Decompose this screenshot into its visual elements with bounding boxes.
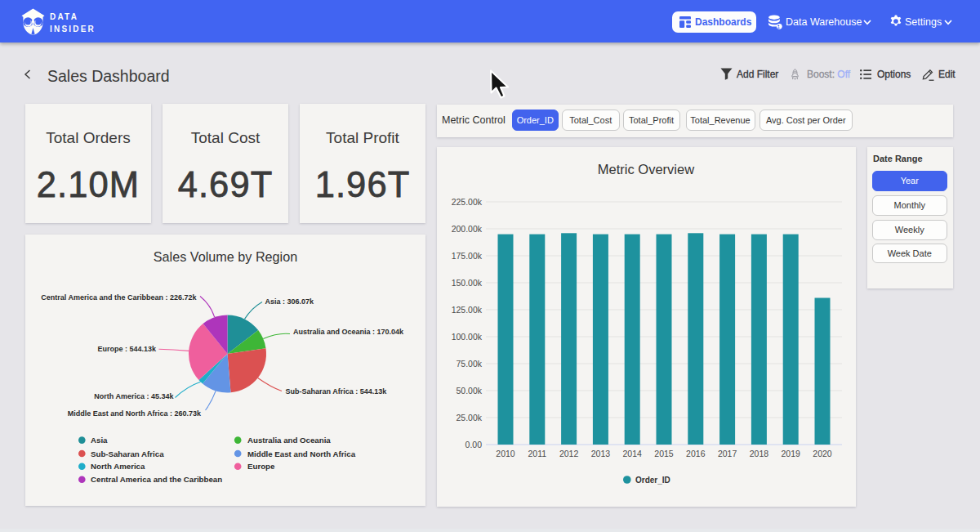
svg-text:2017: 2017 xyxy=(718,449,737,458)
svg-text:2010: 2010 xyxy=(496,449,515,458)
svg-text:Sub-Saharan Africa : 544.13k: Sub-Saharan Africa : 544.13k xyxy=(286,387,388,396)
svg-text:Order_ID: Order_ID xyxy=(635,476,670,485)
svg-text:Central America and the Caribb: Central America and the Caribbean xyxy=(91,475,222,484)
svg-text:175.00k: 175.00k xyxy=(452,251,483,261)
svg-text:Middle East and North Africa :: Middle East and North Africa : 260.73k xyxy=(68,409,202,418)
svg-text:2016: 2016 xyxy=(686,449,706,458)
svg-text:North America : 45.34k: North America : 45.34k xyxy=(94,392,174,400)
svg-text:Europe: Europe xyxy=(247,462,275,471)
svg-text:Metric Overview: Metric Overview xyxy=(598,162,694,177)
svg-text:100.00k: 100.00k xyxy=(452,332,483,342)
svg-text:Australia and Oceania : 170.04: Australia and Oceania : 170.04k xyxy=(293,328,404,336)
svg-text:Australia and Oceania: Australia and Oceania xyxy=(247,436,331,445)
svg-text:2019: 2019 xyxy=(782,449,801,458)
svg-text:0.00: 0.00 xyxy=(466,440,483,449)
svg-text:125.00k: 125.00k xyxy=(452,305,483,315)
svg-text:150.00k: 150.00k xyxy=(452,278,483,288)
svg-text:Sales Volume by Region: Sales Volume by Region xyxy=(154,249,297,264)
svg-text:225.00k: 225.00k xyxy=(452,197,483,207)
svg-text:2015: 2015 xyxy=(654,449,674,458)
svg-text:Central America and the Caribb: Central America and the Caribbean : 226.… xyxy=(41,293,197,302)
svg-text:Asia: Asia xyxy=(91,436,108,445)
svg-text:2012: 2012 xyxy=(559,449,579,458)
svg-text:50.00k: 50.00k xyxy=(456,386,482,396)
svg-text:2020: 2020 xyxy=(813,449,832,458)
svg-text:2013: 2013 xyxy=(591,449,611,458)
svg-text:25.00k: 25.00k xyxy=(456,413,482,422)
svg-text:75.00k: 75.00k xyxy=(456,359,482,369)
svg-text:2011: 2011 xyxy=(528,449,547,458)
svg-text:Europe : 544.13k: Europe : 544.13k xyxy=(97,345,157,353)
svg-text:Sub-Saharan Africa: Sub-Saharan Africa xyxy=(91,449,164,458)
svg-text:200.00k: 200.00k xyxy=(452,224,483,234)
svg-text:North America: North America xyxy=(91,462,145,471)
svg-text:Asia : 306.07k: Asia : 306.07k xyxy=(265,297,315,306)
svg-text:2018: 2018 xyxy=(750,449,769,458)
svg-text:2014: 2014 xyxy=(623,449,643,458)
svg-text:Middle East and North Africa: Middle East and North Africa xyxy=(247,449,356,458)
